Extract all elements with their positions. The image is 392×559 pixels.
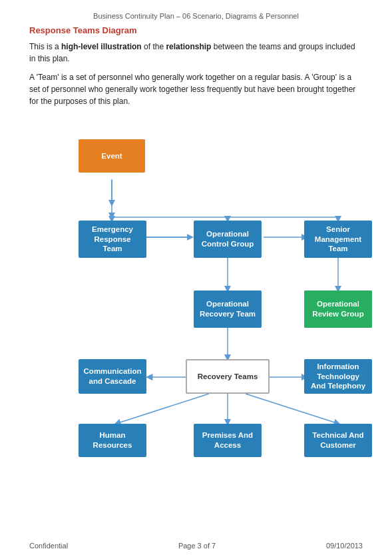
- communication-cascade-box: Communication and Cascade: [79, 359, 146, 394]
- header-title: Business Continuity Plan – 06 Scenario, …: [93, 12, 299, 20]
- premises-access-box: Premises And Access: [194, 424, 262, 457]
- operational-recovery-team-box: Operational Recovery Team: [194, 290, 262, 328]
- footer-center: Page 3 of 7: [178, 542, 216, 550]
- content-area: Response Teams Diagram This is a high-le…: [0, 25, 392, 474]
- recovery-teams-box: Recovery Teams: [186, 359, 270, 394]
- emergency-response-team-box: Emergency Response Team: [79, 221, 146, 258]
- event-box: Event: [79, 139, 145, 173]
- footer-left: Confidential: [29, 542, 68, 550]
- operational-review-group-box: Operational Review Group: [304, 290, 372, 328]
- diagram-area: Event Emergency Response Team Operationa…: [29, 114, 363, 474]
- human-resources-box: Human Resources: [79, 424, 146, 457]
- svg-line-11: [116, 394, 209, 424]
- intro-para2: A 'Team' is a set of personnel who gener…: [29, 71, 363, 107]
- svg-line-12: [246, 394, 339, 424]
- senior-management-team-box: Senior Management Team: [304, 221, 372, 258]
- footer-right: 09/10/2013: [326, 542, 363, 550]
- page-footer: Confidential Page 3 of 7 09/10/2013: [0, 542, 392, 550]
- it-telephony-box: Information Technology And Telephony: [304, 359, 372, 394]
- intro-para1: This is a high-level illustration of the…: [29, 41, 363, 65]
- operational-control-group-box: Operational Control Group: [194, 221, 262, 258]
- section-title: Response Teams Diagram: [29, 25, 363, 35]
- technical-customer-box: Technical And Customer: [304, 424, 372, 457]
- page-header: Business Continuity Plan – 06 Scenario, …: [0, 0, 392, 25]
